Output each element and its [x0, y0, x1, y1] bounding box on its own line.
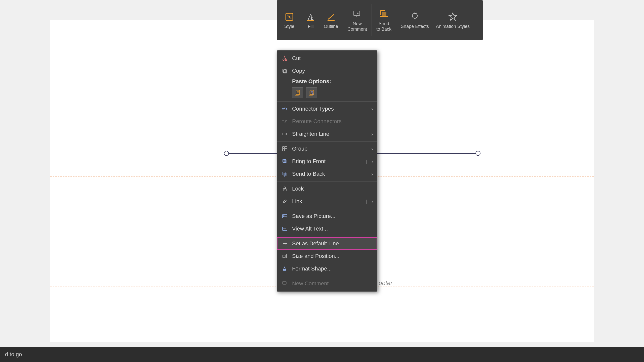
status-bar: d to go — [0, 347, 644, 362]
ribbon-sep-2 — [343, 4, 343, 36]
menu-item-set-default-line[interactable]: Set as Default Line — [277, 237, 377, 250]
menu-item-send-to-back[interactable]: Send to Back › — [277, 168, 377, 180]
ribbon-sep-3 — [372, 4, 372, 36]
svg-rect-46 — [284, 160, 287, 163]
menu-item-group[interactable]: Group › — [277, 143, 377, 155]
ribbon-outline-label: Outline — [324, 24, 338, 29]
svg-rect-42 — [283, 147, 285, 149]
svg-point-39 — [283, 120, 283, 121]
format-shape-icon — [281, 265, 289, 273]
connector-types-arrow: › — [371, 106, 373, 112]
svg-marker-17 — [449, 13, 457, 20]
paste-button-1[interactable] — [292, 87, 303, 98]
bring-to-front-icon — [281, 158, 289, 165]
group-icon — [281, 145, 289, 153]
connector-types-label: Connector Types — [292, 106, 367, 112]
menu-item-save-as-picture[interactable]: Save as Picture... — [277, 210, 377, 222]
svg-rect-6 — [354, 11, 360, 16]
connector-types-icon — [281, 105, 289, 113]
ribbon-sep-4 — [396, 4, 396, 36]
svg-rect-3 — [307, 20, 314, 21]
menu-item-format-shape[interactable]: Format Shape... — [277, 262, 377, 275]
set-default-line-label: Set as Default Line — [292, 240, 373, 247]
svg-line-15 — [416, 13, 417, 14]
svg-rect-25 — [283, 69, 286, 72]
svg-point-37 — [286, 108, 287, 109]
animation-styles-icon — [447, 11, 459, 23]
guide-line-vertical-left — [433, 20, 433, 342]
straighten-icon — [281, 130, 289, 138]
footer-label: Footer — [375, 280, 392, 287]
fill-icon — [305, 11, 317, 23]
svg-point-13 — [412, 13, 417, 18]
ribbon-shape-effects[interactable]: Shape Effects — [398, 2, 431, 38]
size-and-position-icon — [281, 252, 289, 260]
view-alt-text-label: View Alt Text... — [292, 225, 373, 232]
svg-rect-43 — [285, 147, 287, 149]
svg-point-18 — [283, 59, 284, 61]
svg-rect-68 — [283, 282, 286, 284]
bring-to-front-shortcut: | — [366, 159, 367, 164]
menu-item-copy[interactable]: Copy — [277, 65, 377, 77]
connector-handle-left[interactable] — [224, 151, 229, 156]
ribbon-sep-1 — [300, 4, 300, 36]
ribbon-new-comment[interactable]: NewComment — [345, 2, 370, 38]
svg-rect-49 — [284, 173, 287, 176]
svg-rect-61 — [283, 255, 285, 258]
menu-item-cut[interactable]: Cut — [277, 52, 377, 65]
menu-item-new-comment: New Comment — [277, 277, 377, 290]
format-shape-label: Format Shape... — [292, 265, 373, 272]
send-to-back-arrow: › — [371, 171, 373, 177]
svg-point-19 — [285, 59, 287, 61]
link-label: Link — [292, 198, 362, 205]
sep-3 — [277, 181, 377, 182]
reroute-label: Reroute Connectors — [292, 118, 373, 125]
paste-button-2[interactable] — [306, 87, 317, 98]
ribbon-animation-styles[interactable]: Animation Styles — [433, 2, 472, 38]
menu-item-connector-types[interactable]: Connector Types › — [277, 103, 377, 115]
copy-label: Copy — [292, 68, 373, 74]
svg-line-21 — [285, 58, 286, 59]
lock-icon — [281, 185, 289, 193]
ribbon-animation-styles-label: Animation Styles — [436, 24, 470, 29]
menu-item-link[interactable]: Link | › — [277, 195, 377, 208]
ribbon-send-to-back-label: Sendto Back — [376, 21, 391, 32]
paste-options-header: Paste Options: — [277, 77, 377, 85]
bring-to-front-label: Bring to Front — [292, 158, 362, 165]
ribbon-fill[interactable]: Fill — [302, 2, 319, 38]
menu-item-straighten-line[interactable]: Straighten Line › — [277, 128, 377, 140]
ribbon-outline[interactable]: Outline — [321, 2, 341, 38]
menu-item-bring-to-front[interactable]: Bring to Front | › — [277, 155, 377, 168]
set-default-line-icon — [281, 240, 289, 247]
context-menu: Cut Copy Paste Options: — [277, 50, 377, 292]
style-icon — [283, 11, 295, 23]
svg-point-2 — [289, 16, 290, 18]
menu-item-view-alt-text[interactable]: View Alt Text... — [277, 222, 377, 235]
svg-rect-56 — [283, 227, 287, 231]
send-to-back-icon — [281, 170, 289, 178]
sep-5 — [277, 236, 377, 236]
save-as-picture-icon — [281, 212, 289, 220]
outline-icon — [325, 11, 337, 23]
sep-2 — [277, 141, 377, 142]
svg-point-40 — [287, 120, 287, 121]
ribbon-fill-label: Fill — [308, 24, 314, 29]
reroute-icon — [281, 118, 289, 125]
menu-item-size-and-position[interactable]: Size and Position... — [277, 250, 377, 262]
new-comment-icon — [281, 280, 289, 287]
connector-handle-right[interactable] — [475, 151, 480, 156]
ribbon-send-to-back[interactable]: Sendto Back — [374, 2, 394, 38]
sep-6 — [277, 276, 377, 276]
ribbon-style[interactable]: Style — [281, 2, 298, 38]
guide-line-vertical-right — [453, 20, 453, 342]
svg-rect-24 — [284, 70, 287, 73]
straighten-arrow: › — [371, 131, 373, 137]
group-label: Group — [292, 146, 367, 152]
copy-icon — [281, 67, 289, 75]
send-to-back-label: Send to Back — [292, 171, 367, 177]
menu-item-reroute-connectors: Reroute Connectors — [277, 115, 377, 128]
link-icon — [281, 198, 289, 205]
menu-item-lock[interactable]: Lock — [277, 183, 377, 195]
svg-rect-10 — [382, 12, 386, 17]
link-shortcut: | — [366, 199, 367, 204]
